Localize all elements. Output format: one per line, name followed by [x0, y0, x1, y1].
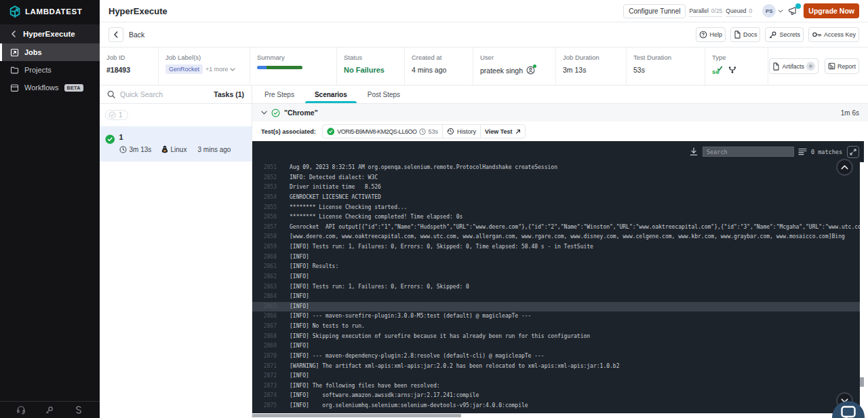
test-duration-value: 53s: [633, 66, 705, 74]
scrollbar-thumb[interactable]: [252, 414, 461, 417]
beta-badge: BETA: [64, 84, 83, 92]
report-button[interactable]: Report: [825, 58, 859, 74]
sidebar-item-label: Jobs: [24, 48, 42, 56]
configure-tunnel-button[interactable]: Configure Tunnel: [623, 4, 686, 18]
chevron-down-icon: [778, 10, 783, 13]
log-line-number: 2858: [252, 232, 277, 242]
log-line: 2872[INFO]: [252, 371, 860, 381]
label-chip[interactable]: GenRocket: [165, 64, 203, 74]
log-line: 2857Genrocket API output[{"id":"1","Name…: [252, 223, 860, 233]
log-line-number: 2871: [252, 362, 277, 372]
task-created-ago: 3 mins ago: [198, 146, 231, 153]
task-success-icon: [105, 134, 115, 162]
view-test-button[interactable]: View Test: [481, 125, 525, 138]
job-summary-row: Job ID #18493 Job Label(s) GenRocket +1 …: [100, 48, 868, 86]
scroll-top-button[interactable]: [836, 159, 853, 176]
sidebar-item-label: Workflows: [24, 83, 59, 92]
summary-label: Summary: [257, 54, 336, 61]
history-button[interactable]: History: [443, 125, 481, 138]
log-line-number: 2864: [252, 292, 277, 302]
sidebar-item-projects[interactable]: Projects: [0, 61, 100, 79]
download-logs-icon[interactable]: [690, 147, 698, 156]
support-headset-icon[interactable]: [16, 405, 26, 415]
upgrade-now-button[interactable]: Upgrade Now: [804, 3, 859, 18]
wrap-lines-icon[interactable]: [798, 148, 807, 155]
back-button[interactable]: [108, 27, 123, 42]
sidebar-nav: Jobs Projects Workflows BETA: [0, 43, 100, 96]
tab-scenarios[interactable]: Scenarios: [313, 86, 349, 103]
log-line-text: Genrocket API output[{"id":"1","Name":"H…: [277, 223, 860, 233]
log-line-number: 2859: [252, 242, 277, 252]
quick-search-input[interactable]: [120, 90, 209, 98]
status-icon[interactable]: [74, 405, 83, 415]
scenario-name: "Chrome": [284, 109, 318, 117]
access-key-button[interactable]: Access Key: [808, 27, 859, 42]
secrets-button[interactable]: Secrets: [765, 27, 804, 42]
search-icon: [107, 90, 115, 98]
sidebar-product-header[interactable]: HyperExecute: [0, 24, 100, 43]
main-area: HyperExecute Configure Tunnel Parallel0/…: [100, 0, 868, 418]
actionbar-right: Help Docs Secrets Access Key: [696, 27, 859, 42]
action-bar: Back Help Docs Secrets Access Key: [100, 22, 868, 48]
workflows-icon: [10, 83, 19, 92]
tab-pre-steps[interactable]: Pre Steps: [263, 86, 296, 103]
job-id-value: #18493: [106, 66, 158, 74]
log-line-text: [www.deere.com, www.oaktreecapital.com, …: [277, 232, 845, 242]
log-line-text: ******** License Checking completed! Tim…: [277, 212, 462, 223]
log-line: 2874[INFO] software.amazon.awssdk:arns:j…: [252, 391, 860, 401]
user-menu[interactable]: PS: [762, 4, 783, 18]
log-line-number: 2861: [252, 262, 277, 272]
avatar[interactable]: PS: [762, 4, 776, 18]
log-line-text: [INFO]: [277, 341, 309, 352]
folder-icon: [10, 66, 19, 75]
artifacts-button[interactable]: Artifacts: [769, 58, 818, 74]
scrollbar-thumb[interactable]: [860, 377, 864, 387]
console-vertical-scrollbar[interactable]: [860, 162, 864, 413]
sidebar-item-jobs[interactable]: Jobs: [0, 43, 100, 61]
log-line-text: [INFO]: [277, 292, 309, 302]
scenario-row[interactable]: "Chrome" 1m 6s: [252, 104, 868, 121]
back-label[interactable]: Back: [129, 31, 144, 39]
brand-logo[interactable]: LAMBDATEST: [0, 0, 100, 22]
more-labels[interactable]: +1 more: [205, 66, 235, 73]
scenario-column: Pre Steps Scenarios Post Steps "Chrome" …: [252, 86, 868, 418]
log-line: 2866[INFO] --- maven-surefire-plugin:3.0…: [252, 311, 860, 322]
chevron-down-icon: [261, 111, 267, 115]
log-line: 2864[INFO]: [252, 292, 860, 302]
help-button[interactable]: Help: [696, 27, 726, 42]
test-duration-field: Test Duration 53s: [627, 48, 705, 85]
job-id-label: Job ID: [106, 54, 158, 61]
test-id-segment[interactable]: VORI5-B9MW8-KM2QS-LL6OO 53s: [323, 125, 443, 138]
log-line-number: 2853: [252, 183, 277, 193]
parallel-label: Parallel: [689, 7, 708, 14]
task-filter-chip[interactable]: 1: [105, 110, 128, 120]
log-line-number: 2869: [252, 341, 277, 352]
scenario-success-icon: [271, 109, 280, 117]
access-key-label: Access Key: [824, 31, 856, 38]
log-line: 2875[INFO] org.seleniumhq.selenium:selen…: [252, 401, 860, 411]
tasks-count: Tasks (1): [214, 90, 244, 98]
queued-stat: Queued0: [726, 7, 752, 17]
log-line: 2853Driver initiate time 8.526: [252, 183, 860, 193]
task-item[interactable]: 1 3m 13s Linux 3 mins ago: [100, 126, 252, 162]
branch-icon: [728, 66, 736, 74]
log-line: 2863[INFO] Tests run: 1, Failures: 0, Er…: [252, 282, 860, 292]
fullscreen-toggle[interactable]: [847, 146, 859, 158]
docs-button[interactable]: Docs: [730, 27, 761, 42]
user-label: User: [480, 54, 555, 61]
log-line: 2862[INFO]: [252, 272, 860, 282]
log-lines[interactable]: 2851Aug 09, 2023 8:32:51 AM org.openqa.s…: [252, 163, 860, 413]
log-line-number: 2874: [252, 391, 277, 401]
task-filter-row: 1: [100, 104, 252, 126]
queued-label: Queued: [726, 7, 746, 14]
announcements-button[interactable]: [788, 6, 799, 16]
log-line-text: GENROCKET LICESNCE ACTIVATED: [277, 193, 381, 203]
console-horizontal-scrollbar[interactable]: [252, 413, 868, 418]
sidebar: LAMBDATEST HyperExecute Jobs Projects Wo…: [0, 0, 100, 418]
console-search-input[interactable]: [703, 147, 794, 157]
key-icon[interactable]: [45, 405, 54, 415]
log-line-text: [INFO] org.seleniumhq.selenium:selenium-…: [277, 401, 528, 411]
test-id: VORI5-B9MW8-KM2QS-LL6OO: [337, 128, 416, 135]
tab-post-steps[interactable]: Post Steps: [366, 86, 401, 103]
sidebar-item-workflows[interactable]: Workflows BETA: [0, 79, 100, 96]
